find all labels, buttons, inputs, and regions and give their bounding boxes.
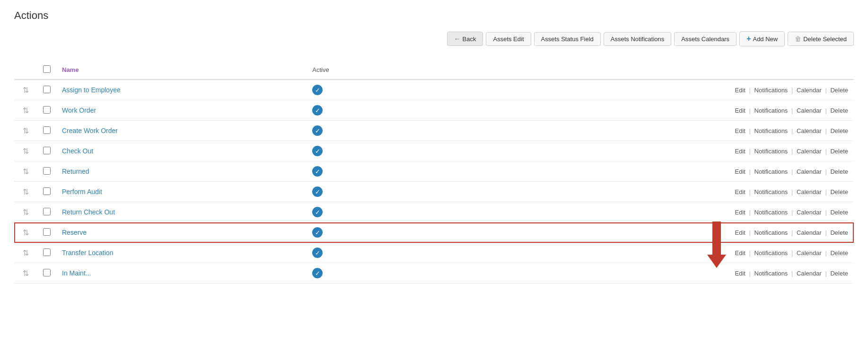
delete-link[interactable]: Delete xyxy=(830,87,848,94)
notifications-link[interactable]: Notifications xyxy=(754,168,788,175)
page-title: Actions xyxy=(14,9,854,22)
edit-link[interactable]: Edit xyxy=(735,168,745,175)
active-check-icon: ✓ xyxy=(312,85,323,95)
drag-handle-icon[interactable]: ⇅ xyxy=(20,208,32,216)
row-select-checkbox[interactable] xyxy=(43,208,51,215)
drag-handle-icon[interactable]: ⇅ xyxy=(20,86,32,94)
row-name-link[interactable]: Create Work Order xyxy=(62,127,118,134)
row-name-link[interactable]: Return Check Out xyxy=(62,208,115,216)
row-active-cell: ✓ xyxy=(307,182,407,202)
drag-handle-cell: ⇅ xyxy=(14,243,37,263)
edit-link[interactable]: Edit xyxy=(735,270,745,277)
notifications-link[interactable]: Notifications xyxy=(754,229,788,236)
row-name-link[interactable]: Perform Audit xyxy=(62,188,102,195)
row-name-link[interactable]: Transfer Location xyxy=(62,249,113,257)
row-name-link[interactable]: Assign to Employee xyxy=(62,86,121,94)
row-name-link[interactable]: Returned xyxy=(62,168,89,175)
delete-link[interactable]: Delete xyxy=(830,168,848,175)
notifications-link[interactable]: Notifications xyxy=(754,127,788,134)
notifications-link[interactable]: Notifications xyxy=(754,87,788,94)
notifications-link[interactable]: Notifications xyxy=(754,209,788,216)
trash-icon: 🗑 xyxy=(795,35,801,43)
row-checkbox-cell xyxy=(37,243,56,263)
calendar-link[interactable]: Calendar xyxy=(797,87,822,94)
delete-link[interactable]: Delete xyxy=(830,249,848,257)
edit-link[interactable]: Edit xyxy=(735,188,745,195)
edit-link[interactable]: Edit xyxy=(735,87,745,94)
add-new-button[interactable]: + Add New xyxy=(739,31,785,46)
drag-handle-cell: ⇅ xyxy=(14,141,37,161)
row-actions-cell: Edit | Notifications | Calendar | Delete xyxy=(407,263,854,284)
calendar-link[interactable]: Calendar xyxy=(797,148,822,155)
row-name-link[interactable]: Reserve xyxy=(62,229,87,236)
row-actions-cell: Edit | Notifications | Calendar | Delete xyxy=(407,80,854,100)
drag-handle-cell: ⇅ xyxy=(14,80,37,100)
drag-handle-cell: ⇅ xyxy=(14,100,37,121)
row-name-link[interactable]: In Maint... xyxy=(62,269,91,277)
assets-notifications-button[interactable]: Assets Notifications xyxy=(604,32,671,46)
row-select-checkbox[interactable] xyxy=(43,269,51,276)
row-name-link[interactable]: Check Out xyxy=(62,147,93,155)
row-select-checkbox[interactable] xyxy=(43,228,51,236)
back-button[interactable]: ← Back xyxy=(447,32,483,46)
drag-handle-cell: ⇅ xyxy=(14,263,37,284)
delete-link[interactable]: Delete xyxy=(830,270,848,277)
row-select-checkbox[interactable] xyxy=(43,249,51,256)
notifications-link[interactable]: Notifications xyxy=(754,249,788,257)
notifications-link[interactable]: Notifications xyxy=(754,270,788,277)
edit-link[interactable]: Edit xyxy=(735,209,745,216)
calendar-link[interactable]: Calendar xyxy=(797,168,822,175)
drag-col-header xyxy=(14,61,37,80)
edit-link[interactable]: Edit xyxy=(735,127,745,134)
calendar-link[interactable]: Calendar xyxy=(797,127,822,134)
delete-link[interactable]: Delete xyxy=(830,229,848,236)
active-col-header: Active xyxy=(307,61,407,80)
active-check-icon: ✓ xyxy=(312,207,323,217)
row-select-checkbox[interactable] xyxy=(43,147,51,154)
drag-handle-icon[interactable]: ⇅ xyxy=(20,107,32,115)
row-select-checkbox[interactable] xyxy=(43,126,51,134)
drag-handle-icon[interactable]: ⇅ xyxy=(20,269,32,277)
row-name-link[interactable]: Work Order xyxy=(62,107,96,114)
delete-link[interactable]: Delete xyxy=(830,209,848,216)
calendar-link[interactable]: Calendar xyxy=(797,188,822,195)
table-row: ⇅ Create Work Order ✓ Edit | Notificatio… xyxy=(14,121,854,141)
row-name-cell: Check Out xyxy=(56,141,307,161)
delete-selected-button[interactable]: 🗑 Delete Selected xyxy=(788,32,854,46)
notifications-link[interactable]: Notifications xyxy=(754,107,788,114)
table-row: ⇅ Work Order ✓ Edit | Notifications | Ca… xyxy=(14,100,854,121)
drag-handle-icon[interactable]: ⇅ xyxy=(20,147,32,155)
calendar-link[interactable]: Calendar xyxy=(797,209,822,216)
row-actions-cell: Edit | Notifications | Calendar | Delete xyxy=(407,243,854,263)
notifications-link[interactable]: Notifications xyxy=(754,148,788,155)
calendar-link[interactable]: Calendar xyxy=(797,270,822,277)
table-row: ⇅ Reserve ✓ Edit | Notifications | Calen… xyxy=(14,222,854,243)
edit-link[interactable]: Edit xyxy=(735,148,745,155)
edit-link[interactable]: Edit xyxy=(735,107,745,114)
drag-handle-icon[interactable]: ⇅ xyxy=(20,249,32,257)
drag-handle-icon[interactable]: ⇅ xyxy=(20,127,32,135)
row-select-checkbox[interactable] xyxy=(43,106,51,114)
delete-link[interactable]: Delete xyxy=(830,148,848,155)
delete-link[interactable]: Delete xyxy=(830,127,848,134)
drag-handle-icon[interactable]: ⇅ xyxy=(20,229,32,237)
row-select-checkbox[interactable] xyxy=(43,167,51,175)
calendar-link[interactable]: Calendar xyxy=(797,249,822,257)
back-arrow-icon: ← xyxy=(454,35,461,43)
drag-handle-icon[interactable]: ⇅ xyxy=(20,168,32,176)
select-all-checkbox[interactable] xyxy=(43,65,51,73)
row-select-checkbox[interactable] xyxy=(43,187,51,195)
assets-edit-button[interactable]: Assets Edit xyxy=(486,32,531,46)
delete-link[interactable]: Delete xyxy=(830,107,848,114)
edit-link[interactable]: Edit xyxy=(735,249,745,257)
row-checkbox-cell xyxy=(37,161,56,182)
edit-link[interactable]: Edit xyxy=(735,229,745,236)
delete-link[interactable]: Delete xyxy=(830,188,848,195)
calendar-link[interactable]: Calendar xyxy=(797,107,822,114)
assets-calendars-button[interactable]: Assets Calendars xyxy=(674,32,736,46)
row-select-checkbox[interactable] xyxy=(43,86,51,93)
assets-status-field-button[interactable]: Assets Status Field xyxy=(534,32,601,46)
notifications-link[interactable]: Notifications xyxy=(754,188,788,195)
calendar-link[interactable]: Calendar xyxy=(797,229,822,236)
drag-handle-icon[interactable]: ⇅ xyxy=(20,188,32,196)
